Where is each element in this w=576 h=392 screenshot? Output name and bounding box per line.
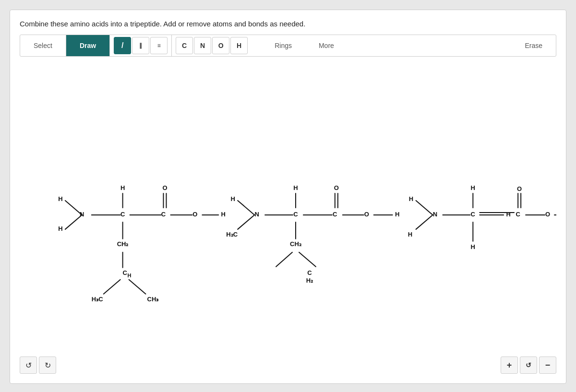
svg-text:CH₃: CH₃ — [147, 296, 159, 303]
toolbar: Select Draw / ∥ ≡ C N O H Rings More Era… — [20, 35, 556, 57]
tab-more[interactable]: More — [305, 35, 348, 56]
svg-text:O: O — [162, 184, 167, 191]
svg-text:O: O — [545, 211, 550, 218]
svg-text:H: H — [471, 184, 475, 191]
zoom-out-button[interactable]: − — [539, 356, 556, 374]
svg-text:C: C — [293, 211, 298, 218]
svg-text:N: N — [254, 211, 259, 218]
bottom-toolbar: ↺ ↻ — [20, 356, 56, 374]
tab-select[interactable]: Select — [20, 35, 66, 56]
svg-text:H₂: H₂ — [306, 277, 313, 284]
atom-h[interactable]: H — [230, 37, 248, 54]
tab-erase[interactable]: Erase — [511, 35, 556, 56]
svg-text:H: H — [58, 225, 62, 232]
svg-text:O: O — [364, 211, 369, 218]
atom-n[interactable]: N — [194, 37, 211, 54]
svg-text:N: N — [80, 211, 84, 218]
svg-text:O: O — [334, 184, 339, 191]
svg-line-29 — [238, 215, 254, 229]
svg-text:C: C — [120, 211, 125, 218]
zoom-controls: + ↺ − — [501, 356, 556, 374]
svg-text:H: H — [395, 211, 399, 218]
svg-text:C: C — [161, 211, 166, 218]
redo-button[interactable]: ↻ — [39, 356, 56, 374]
svg-text:CH₂: CH₂ — [290, 240, 301, 248]
bond-single[interactable]: / — [114, 37, 131, 54]
svg-line-25 — [129, 280, 146, 294]
svg-text:C: C — [333, 211, 337, 218]
svg-text:C: C — [471, 211, 476, 218]
svg-line-23 — [104, 280, 120, 294]
svg-text:N: N — [433, 211, 437, 218]
instruction-text: Combine these amino acids into a tripept… — [20, 20, 556, 28]
svg-text:H₂C: H₂C — [226, 231, 238, 238]
svg-text:H₃C: H₃C — [92, 296, 103, 303]
svg-text:H: H — [58, 195, 62, 202]
svg-line-48 — [299, 252, 316, 267]
svg-line-27 — [238, 201, 254, 215]
svg-text:H: H — [293, 184, 298, 191]
svg-text:H: H — [409, 195, 413, 202]
atom-buttons: C N O H — [172, 35, 252, 56]
tab-draw[interactable]: Draw — [66, 35, 109, 56]
tab-rings[interactable]: Rings — [261, 35, 305, 56]
svg-text:CH₂: CH₂ — [117, 240, 129, 248]
bond-triple[interactable]: ≡ — [150, 37, 168, 54]
svg-text:O: O — [517, 185, 522, 192]
zoom-reset-button[interactable]: ↺ — [520, 356, 537, 374]
svg-text:C: C — [123, 269, 128, 276]
svg-text:H: H — [506, 211, 510, 218]
svg-text:H: H — [221, 211, 226, 218]
atom-o[interactable]: O — [212, 37, 229, 54]
bond-tools: / ∥ ≡ — [110, 35, 171, 56]
svg-text:H: H — [128, 273, 132, 278]
svg-text:H: H — [471, 243, 475, 250]
svg-text:H: H — [120, 184, 125, 191]
svg-text:O: O — [192, 211, 197, 218]
svg-text:C: C — [307, 269, 312, 276]
svg-text:H: H — [231, 195, 235, 202]
zoom-in-button[interactable]: + — [501, 356, 518, 374]
atom-c[interactable]: C — [176, 37, 193, 54]
svg-text:C: C — [516, 211, 520, 218]
bond-double[interactable]: ∥ — [132, 37, 149, 54]
molecule-svg: H H N C H C O O H CH₂ — [20, 61, 556, 330]
drawing-area[interactable]: H H N C H C O O H CH₂ — [20, 61, 556, 330]
svg-line-51 — [416, 201, 433, 215]
undo-button[interactable]: ↺ — [20, 356, 37, 374]
svg-line-53 — [416, 215, 433, 229]
svg-text:H: H — [408, 231, 412, 238]
svg-line-47 — [276, 252, 292, 267]
main-container: Combine these amino acids into a tripept… — [10, 10, 566, 384]
